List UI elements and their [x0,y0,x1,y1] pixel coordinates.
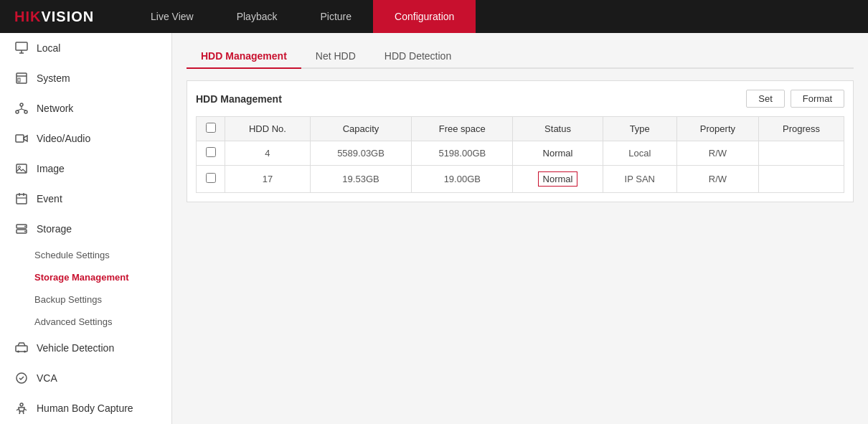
svg-rect-23 [16,346,27,352]
hdd-table: HDD No. Capacity Free space Status Type … [196,116,844,193]
row2-property: R/W [676,166,758,193]
row2-free-space: 19.00GB [412,166,513,193]
tab-net-hdd[interactable]: Net HDD [301,44,370,69]
svg-point-24 [17,351,19,353]
main-layout: Local System [0,33,868,424]
sidebar-label-vca: VCA [37,372,57,384]
schedule-settings-label: Schedule Settings [34,250,110,260]
nav-items: Live View Playback Picture Configuration [129,0,476,33]
row2-progress [759,166,844,193]
row1-progress [759,141,844,166]
svg-line-30 [16,409,19,410]
tab-hdd-detection[interactable]: HDD Detection [370,44,466,69]
format-button[interactable]: Format [791,90,844,108]
image-icon [14,161,29,176]
event-icon [14,191,29,207]
vehicle-icon [14,340,29,356]
svg-rect-15 [16,194,27,204]
row2-type: IP SAN [603,166,676,193]
tabs-bar: HDD Management Net HDD HDD Detection [187,44,854,69]
select-all-checkbox[interactable] [206,123,216,133]
sidebar-label-network: Network [37,103,73,114]
set-button[interactable]: Set [746,90,785,108]
svg-rect-12 [16,135,24,142]
col-checkbox [197,117,225,141]
sidebar-label-event: Event [37,193,62,204]
sidebar-item-local[interactable]: Local [0,33,171,63]
svg-point-7 [16,110,19,113]
panel-header: HDD Management Set Format [196,90,844,108]
col-type: Type [603,117,676,141]
row2-checkbox[interactable] [206,173,216,183]
storage-icon [14,221,29,237]
svg-line-28 [19,411,20,414]
sidebar-item-vca[interactable]: VCA [0,363,171,393]
row1-status-text: Normal [543,148,573,159]
logo-hik: HIK [14,9,41,24]
row1-checkbox[interactable] [206,147,216,157]
col-free-space: Free space [412,117,513,141]
svg-line-31 [24,409,27,410]
col-property: Property [676,117,758,141]
tab-hdd-management[interactable]: HDD Management [187,44,301,69]
sidebar-item-system[interactable]: System [0,63,171,93]
video-icon [14,131,29,146]
row1-capacity: 5589.03GB [310,141,411,166]
sidebar-item-network[interactable]: Network [0,93,171,123]
backup-settings-label: Backup Settings [34,294,102,305]
svg-line-11 [22,109,26,110]
row1-property: R/W [676,141,758,166]
sidebar-item-video-audio[interactable]: Video/Audio [0,123,171,154]
row2-no: 17 [225,166,311,193]
row1-status: Normal [513,141,603,166]
row2-checkbox-cell [197,166,225,193]
sidebar-label-system: System [37,72,70,84]
sidebar-label-storage: Storage [37,223,72,235]
row2-capacity: 19.53GB [310,166,411,193]
row2-status: Normal [513,166,603,193]
svg-point-27 [20,403,23,406]
sidebar-item-image[interactable]: Image [0,154,171,184]
sidebar-item-storage[interactable]: Storage [0,214,171,244]
nav-live-view[interactable]: Live View [129,0,215,33]
logo: HIKVISION [0,9,129,25]
sidebar-label-image: Image [37,163,65,174]
hdd-panel: HDD Management Set Format HDD No. Capaci… [187,80,854,202]
sidebar-label-vehicle-detection: Vehicle Detection [37,342,114,354]
svg-point-6 [20,103,23,106]
storage-management-label: Storage Management [34,272,128,283]
svg-line-10 [17,109,22,110]
sidebar-label-local: Local [37,42,60,54]
sidebar-item-event[interactable]: Event [0,184,171,214]
sidebar-sub-schedule-settings[interactable]: Schedule Settings [0,244,171,266]
row1-checkbox-cell [197,141,225,166]
sidebar: Local System [0,33,172,424]
logo-text: HIKVISION [14,9,94,25]
svg-point-14 [19,166,21,169]
svg-rect-0 [16,42,27,50]
nav-playback[interactable]: Playback [215,0,299,33]
vca-icon [14,370,29,386]
svg-point-22 [24,231,26,232]
col-hdd-no: HDD No. [225,117,311,141]
nav-picture[interactable]: Picture [298,0,373,33]
panel-title: HDD Management [196,93,282,105]
network-icon [14,100,29,116]
row1-no: 4 [225,141,311,166]
nav-configuration[interactable]: Configuration [373,0,476,33]
sidebar-sub-backup-settings[interactable]: Backup Settings [0,288,171,311]
sidebar-item-vehicle-detection[interactable]: Vehicle Detection [0,333,171,363]
logo-vision: VISION [41,9,94,24]
sidebar-sub-storage-management[interactable]: Storage Management [0,266,171,288]
sidebar-sub-advanced-settings[interactable]: Advanced Settings [0,311,171,333]
panel-buttons: Set Format [746,90,844,108]
svg-point-21 [24,226,26,227]
sidebar-item-human-body-capture[interactable]: Human Body Capture [0,393,171,423]
table-row: 17 19.53GB 19.00GB Normal IP SAN R/W [197,166,844,193]
monitor-icon [14,40,29,56]
col-status: Status [513,117,603,141]
svg-point-8 [24,110,27,113]
row1-free-space: 5198.00GB [412,141,513,166]
content-area: HDD Management Net HDD HDD Detection HDD… [172,33,868,424]
advanced-settings-label: Advanced Settings [34,316,112,327]
